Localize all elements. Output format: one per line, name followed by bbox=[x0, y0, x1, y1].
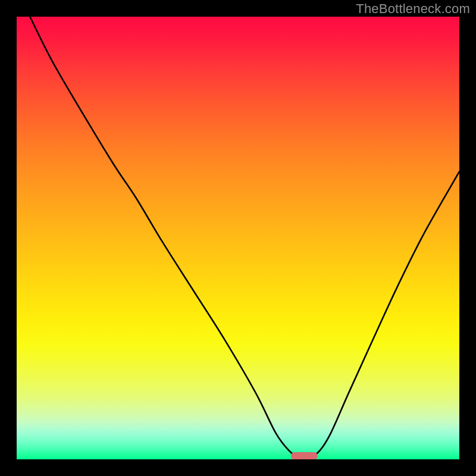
plot-area bbox=[17, 17, 459, 459]
chart-container: TheBottleneck.com bbox=[0, 0, 476, 476]
optimal-indicator bbox=[291, 452, 318, 459]
bottleneck-curve bbox=[17, 17, 459, 459]
watermark-text: TheBottleneck.com bbox=[356, 1, 470, 17]
